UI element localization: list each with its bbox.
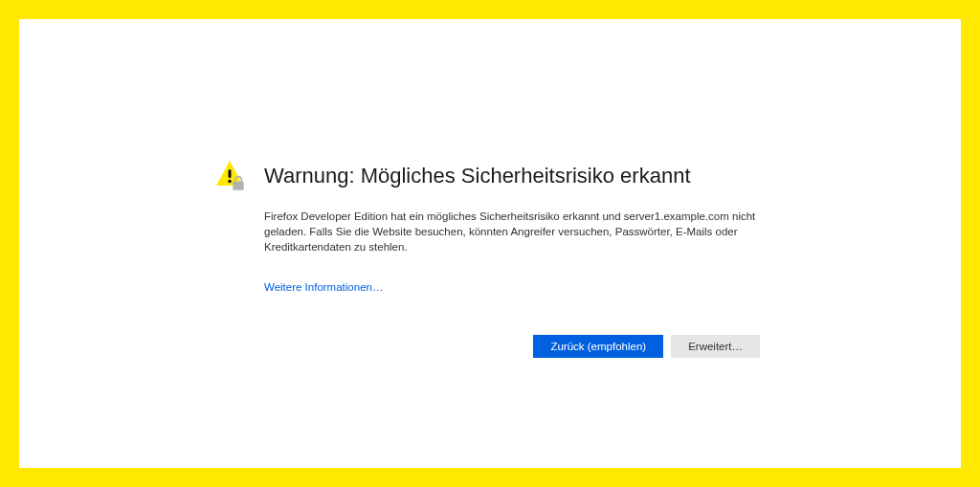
warning-icon-group bbox=[214, 161, 249, 195]
warning-body-text: Firefox Developer Edition hat ein möglic… bbox=[264, 209, 760, 255]
header-row: Warnung: Mögliches Sicherheitsrisiko erk… bbox=[214, 161, 760, 195]
go-back-button[interactable]: Zurück (empfohlen) bbox=[533, 335, 663, 358]
advanced-button[interactable]: Erweitert… bbox=[671, 335, 760, 358]
svg-rect-2 bbox=[233, 182, 243, 190]
error-page: Warnung: Mögliches Sicherheitsrisiko erk… bbox=[19, 19, 961, 468]
lock-icon bbox=[232, 176, 245, 191]
button-row: Zurück (empfohlen) Erweitert… bbox=[214, 335, 760, 358]
warning-content: Warnung: Mögliches Sicherheitsrisiko erk… bbox=[214, 161, 760, 358]
more-info-link[interactable]: Weitere Informationen… bbox=[264, 281, 383, 293]
warning-title: Warnung: Mögliches Sicherheitsrisiko erk… bbox=[264, 163, 691, 190]
